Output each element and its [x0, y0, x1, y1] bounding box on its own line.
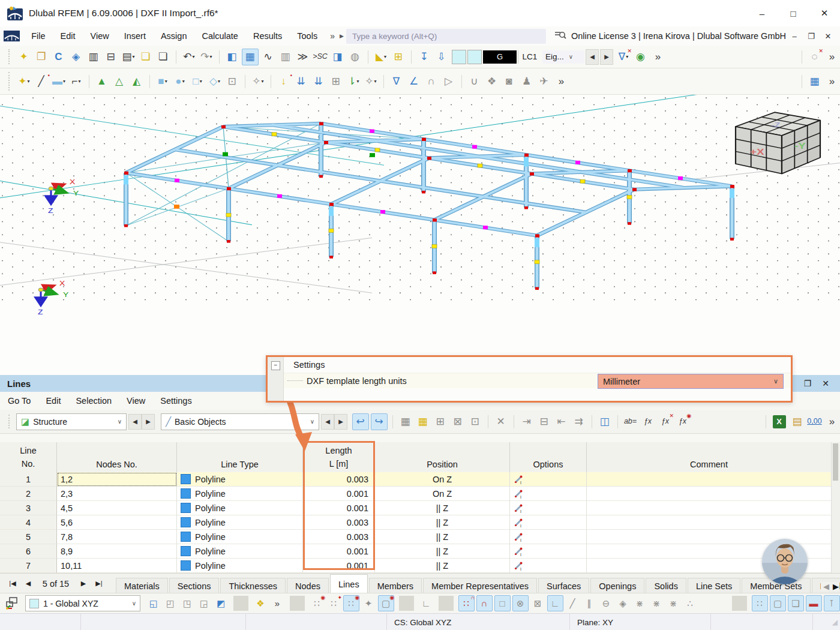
cell-position[interactable]: || Z: [375, 544, 510, 559]
cell-line-type[interactable]: Polyline: [177, 487, 303, 501]
snap-ellipse-button[interactable]: ◈: [616, 596, 631, 611]
cell-position[interactable]: || Z: [375, 530, 510, 544]
support-center-button[interactable]: ◍: [347, 49, 363, 65]
guidelines-button[interactable]: ❖: [253, 596, 268, 611]
result-surfaces-button[interactable]: ❖: [484, 74, 500, 89]
new-member-button[interactable]: ▬▾: [51, 74, 67, 89]
rename-button[interactable]: ab=: [623, 414, 638, 430]
menu-caret-icon[interactable]: ▶: [337, 33, 346, 39]
scroll-tabs-left-icon[interactable]: ◀: [823, 582, 829, 591]
ribbon-close-icon[interactable]: ✕: [820, 32, 836, 41]
cell-length[interactable]: 0.001: [303, 501, 375, 515]
cell-line-type[interactable]: Polyline: [177, 515, 303, 530]
ribbon-float-icon[interactable]: ❐: [803, 32, 820, 41]
work-plane-button[interactable]: ∟: [419, 596, 434, 611]
new-cs-button[interactable]: ◱: [146, 596, 161, 611]
cell-length[interactable]: 0.001: [303, 487, 375, 501]
category-selector[interactable]: ╱ Basic Objects ∨: [161, 413, 319, 430]
maximize-button[interactable]: □: [778, 0, 809, 26]
redo-button[interactable]: ↷▾: [199, 49, 214, 65]
cell-line-type[interactable]: Polyline: [177, 544, 303, 559]
lp-menu-settings[interactable]: Settings: [154, 396, 198, 406]
result-values-button[interactable]: ∪: [467, 74, 482, 89]
cell-options[interactable]: I: [510, 559, 587, 573]
new-load-case-button[interactable]: ↧: [416, 49, 432, 65]
menu-edit[interactable]: Edit: [54, 31, 82, 41]
lp-menu-view[interactable]: View: [120, 396, 152, 406]
print-button[interactable]: ▤▾: [121, 49, 136, 65]
animation-button[interactable]: ▷: [441, 74, 457, 89]
fly-mode-button[interactable]: ✈: [536, 74, 552, 89]
diagrams-button[interactable]: ∿: [260, 49, 276, 65]
tab-materials[interactable]: Materials: [116, 578, 168, 593]
formula-view-button[interactable]: ƒx◉: [675, 414, 691, 430]
cell-line-type[interactable]: Polyline: [177, 472, 303, 487]
tables-button[interactable]: ▦: [242, 49, 259, 65]
snap-grid-button[interactable]: ∷∩: [458, 595, 475, 611]
menu-tools[interactable]: Tools: [290, 31, 324, 41]
cell-line-no[interactable]: 6: [0, 544, 57, 559]
new-special-object-button[interactable]: ✧▾: [250, 74, 266, 89]
scrollbar-thumb[interactable]: [833, 443, 838, 481]
cell-nodes[interactable]: 10,11: [57, 559, 177, 573]
cell-line-no[interactable]: 1: [0, 472, 57, 487]
cell-position[interactable]: || Z: [375, 515, 510, 530]
formula-button[interactable]: ƒx: [640, 414, 656, 430]
col-header-length[interactable]: LengthL [m]: [303, 442, 375, 472]
cell-comment[interactable]: [587, 472, 832, 487]
new-nodal-load-button[interactable]: ↓•: [276, 74, 292, 89]
more-buttons[interactable]: »: [824, 49, 840, 65]
load-color-swatch[interactable]: [467, 50, 482, 64]
tab-thicknesses[interactable]: Thicknesses: [220, 578, 286, 593]
close-button[interactable]: ✕: [809, 0, 840, 26]
new-model-button[interactable]: ✦: [16, 49, 32, 65]
zoom-reset-button[interactable]: ◌✕: [807, 49, 823, 65]
edit-cs-button[interactable]: ◩: [214, 596, 229, 611]
viewport-3d[interactable]: X Y Z X Y Z: [0, 95, 840, 375]
new-printout-report-button[interactable]: ❏: [138, 49, 154, 65]
units-settings-button[interactable]: 0,00: [807, 414, 823, 430]
cell-position[interactable]: || Z: [375, 559, 510, 573]
cell-nodes[interactable]: 1,2: [57, 472, 177, 487]
render-mode-button[interactable]: ◙: [502, 74, 517, 89]
cell-position[interactable]: On Z: [375, 472, 510, 487]
delete-all-button[interactable]: ✕: [493, 414, 509, 430]
grid-visibility-button[interactable]: ∷◉: [310, 596, 325, 611]
cell-length[interactable]: 0.001: [303, 559, 375, 573]
panel-float-icon[interactable]: ❐: [804, 379, 812, 388]
more-buttons[interactable]: »: [650, 49, 666, 65]
new-member-load-button[interactable]: ⇊: [293, 74, 309, 89]
open-model-button[interactable]: ❐: [34, 49, 49, 65]
filter-view-button[interactable]: ∇: [389, 74, 404, 89]
undo-button[interactable]: ↶▾: [181, 49, 197, 65]
table-row[interactable]: 6 8,9 Polyline 0.001 || Z I: [0, 544, 832, 559]
table-row[interactable]: 4 5,6 Polyline 0.003 || Z I: [0, 515, 832, 530]
previous-load-case-button[interactable]: ◀: [586, 49, 599, 65]
snap-perpendicular-button[interactable]: ∟: [547, 595, 563, 611]
more-table-buttons[interactable]: »: [824, 414, 840, 430]
selection-visibility-button[interactable]: ▢◉: [378, 595, 394, 611]
tab-member-representatives[interactable]: Member Representatives: [423, 578, 537, 593]
ribbon-minimize-icon[interactable]: –: [786, 32, 803, 41]
length-units-dropdown[interactable]: Millimeter ∨: [598, 374, 784, 389]
script-button[interactable]: >SC: [313, 49, 328, 65]
col-header-nodes[interactable]: Nodes No.: [57, 442, 177, 472]
snap-intersection-button[interactable]: ⋇: [632, 596, 647, 611]
cell-length[interactable]: 0.003: [303, 515, 375, 530]
keyword-search-input[interactable]: [346, 29, 546, 44]
move-left-button[interactable]: ⇤: [554, 414, 569, 430]
select-objects-button[interactable]: ◣▾: [373, 49, 389, 65]
col-header-options[interactable]: Options: [510, 442, 587, 472]
tab-members[interactable]: Members: [369, 578, 422, 593]
move-right-button[interactable]: ⇉: [571, 414, 587, 430]
menu-view[interactable]: View: [84, 31, 116, 41]
collapse-icon[interactable]: −: [271, 361, 280, 370]
load-case-combo[interactable]: Eig... ∨: [542, 50, 584, 64]
background-grid-button[interactable]: ∷: [752, 595, 768, 611]
cell-comment[interactable]: [587, 487, 832, 501]
cell-line-type[interactable]: Polyline: [177, 530, 303, 544]
cell-nodes[interactable]: 4,5: [57, 501, 177, 515]
tab-lines[interactable]: Lines: [330, 574, 368, 593]
dlubal-center-button[interactable]: C: [51, 49, 67, 65]
last-table-button[interactable]: ▶|: [91, 580, 107, 587]
